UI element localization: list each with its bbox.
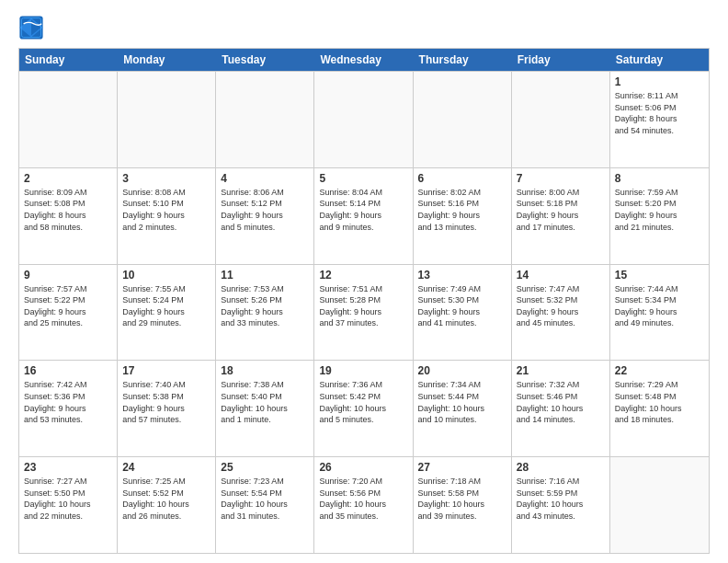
header-day-wednesday: Wednesday	[314, 49, 413, 71]
day-number: 19	[319, 364, 407, 377]
day-cell-17: 17Sunrise: 7:40 AM Sunset: 5:38 PM Dayli…	[118, 361, 216, 456]
header-day-thursday: Thursday	[414, 49, 512, 71]
day-cell-24: 24Sunrise: 7:25 AM Sunset: 5:52 PM Dayli…	[118, 457, 216, 553]
empty-cell	[216, 72, 314, 167]
day-info: Sunrise: 8:08 AM Sunset: 5:10 PM Dayligh…	[122, 187, 210, 233]
empty-cell	[610, 457, 709, 553]
day-info: Sunrise: 8:06 AM Sunset: 5:12 PM Dayligh…	[221, 187, 309, 233]
day-info: Sunrise: 7:34 AM Sunset: 5:44 PM Dayligh…	[418, 379, 506, 425]
calendar: SundayMondayTuesdayWednesdayThursdayFrid…	[18, 48, 710, 554]
day-info: Sunrise: 7:36 AM Sunset: 5:42 PM Dayligh…	[319, 379, 407, 425]
day-info: Sunrise: 7:16 AM Sunset: 5:59 PM Dayligh…	[517, 476, 605, 522]
day-cell-20: 20Sunrise: 7:34 AM Sunset: 5:44 PM Dayli…	[414, 361, 512, 456]
day-cell-11: 11Sunrise: 7:53 AM Sunset: 5:26 PM Dayli…	[216, 265, 314, 361]
day-info: Sunrise: 7:32 AM Sunset: 5:46 PM Dayligh…	[517, 379, 605, 425]
day-info: Sunrise: 7:27 AM Sunset: 5:50 PM Dayligh…	[24, 476, 112, 522]
day-number: 8	[615, 172, 704, 185]
day-info: Sunrise: 8:04 AM Sunset: 5:14 PM Dayligh…	[319, 187, 407, 233]
page-header	[18, 15, 710, 40]
day-number: 24	[122, 461, 210, 474]
day-number: 13	[418, 269, 506, 282]
day-number: 14	[517, 269, 605, 282]
day-number: 16	[24, 364, 112, 377]
day-cell-15: 15Sunrise: 7:44 AM Sunset: 5:34 PM Dayli…	[610, 265, 709, 361]
day-number: 17	[122, 364, 210, 377]
empty-cell	[414, 72, 512, 167]
day-cell-19: 19Sunrise: 7:36 AM Sunset: 5:42 PM Dayli…	[314, 361, 413, 456]
empty-cell	[19, 72, 118, 167]
logo-icon	[18, 15, 44, 40]
day-info: Sunrise: 8:09 AM Sunset: 5:08 PM Dayligh…	[24, 187, 112, 233]
day-cell-2: 2Sunrise: 8:09 AM Sunset: 5:08 PM Daylig…	[19, 168, 118, 264]
day-number: 26	[319, 461, 407, 474]
day-info: Sunrise: 7:18 AM Sunset: 5:58 PM Dayligh…	[418, 476, 506, 522]
calendar-row-3: 9Sunrise: 7:57 AM Sunset: 5:22 PM Daylig…	[19, 264, 709, 361]
day-cell-8: 8Sunrise: 7:59 AM Sunset: 5:20 PM Daylig…	[610, 168, 709, 264]
day-info: Sunrise: 8:00 AM Sunset: 5:18 PM Dayligh…	[517, 187, 605, 233]
day-info: Sunrise: 7:57 AM Sunset: 5:22 PM Dayligh…	[24, 283, 112, 329]
calendar-row-5: 23Sunrise: 7:27 AM Sunset: 5:50 PM Dayli…	[19, 456, 709, 553]
day-number: 20	[418, 364, 506, 377]
day-number: 1	[615, 75, 704, 88]
day-number: 15	[615, 269, 704, 282]
calendar-row-4: 16Sunrise: 7:42 AM Sunset: 5:36 PM Dayli…	[19, 360, 709, 456]
day-cell-22: 22Sunrise: 7:29 AM Sunset: 5:48 PM Dayli…	[610, 361, 709, 456]
day-info: Sunrise: 7:40 AM Sunset: 5:38 PM Dayligh…	[122, 379, 210, 425]
day-info: Sunrise: 8:11 AM Sunset: 5:06 PM Dayligh…	[615, 90, 704, 136]
day-info: Sunrise: 7:20 AM Sunset: 5:56 PM Dayligh…	[319, 476, 407, 522]
day-info: Sunrise: 7:38 AM Sunset: 5:40 PM Dayligh…	[221, 379, 309, 425]
header-day-saturday: Saturday	[610, 49, 709, 71]
day-cell-18: 18Sunrise: 7:38 AM Sunset: 5:40 PM Dayli…	[216, 361, 314, 456]
day-number: 27	[418, 461, 506, 474]
day-cell-6: 6Sunrise: 8:02 AM Sunset: 5:16 PM Daylig…	[414, 168, 512, 264]
day-info: Sunrise: 7:44 AM Sunset: 5:34 PM Dayligh…	[615, 283, 704, 329]
day-number: 25	[221, 461, 309, 474]
day-number: 5	[319, 172, 407, 185]
day-cell-7: 7Sunrise: 8:00 AM Sunset: 5:18 PM Daylig…	[512, 168, 610, 264]
day-number: 10	[122, 269, 210, 282]
day-number: 7	[517, 172, 605, 185]
day-info: Sunrise: 7:55 AM Sunset: 5:24 PM Dayligh…	[122, 283, 210, 329]
day-number: 23	[24, 461, 112, 474]
day-number: 4	[221, 172, 309, 185]
empty-cell	[314, 72, 413, 167]
day-info: Sunrise: 7:23 AM Sunset: 5:54 PM Dayligh…	[221, 476, 309, 522]
day-info: Sunrise: 7:51 AM Sunset: 5:28 PM Dayligh…	[319, 283, 407, 329]
calendar-body: 1Sunrise: 8:11 AM Sunset: 5:06 PM Daylig…	[19, 71, 709, 553]
day-number: 12	[319, 269, 407, 282]
day-cell-14: 14Sunrise: 7:47 AM Sunset: 5:32 PM Dayli…	[512, 265, 610, 361]
day-number: 2	[24, 172, 112, 185]
day-cell-9: 9Sunrise: 7:57 AM Sunset: 5:22 PM Daylig…	[19, 265, 118, 361]
empty-cell	[118, 72, 216, 167]
day-cell-12: 12Sunrise: 7:51 AM Sunset: 5:28 PM Dayli…	[314, 265, 413, 361]
header-day-monday: Monday	[118, 49, 216, 71]
day-number: 28	[517, 461, 605, 474]
day-cell-1: 1Sunrise: 8:11 AM Sunset: 5:06 PM Daylig…	[610, 72, 709, 167]
empty-cell	[512, 72, 610, 167]
logo	[18, 15, 46, 40]
calendar-row-2: 2Sunrise: 8:09 AM Sunset: 5:08 PM Daylig…	[19, 167, 709, 264]
day-cell-21: 21Sunrise: 7:32 AM Sunset: 5:46 PM Dayli…	[512, 361, 610, 456]
day-cell-26: 26Sunrise: 7:20 AM Sunset: 5:56 PM Dayli…	[314, 457, 413, 553]
day-number: 18	[221, 364, 309, 377]
day-cell-28: 28Sunrise: 7:16 AM Sunset: 5:59 PM Dayli…	[512, 457, 610, 553]
header-day-tuesday: Tuesday	[216, 49, 314, 71]
day-number: 21	[517, 364, 605, 377]
day-number: 6	[418, 172, 506, 185]
day-info: Sunrise: 7:59 AM Sunset: 5:20 PM Dayligh…	[615, 187, 704, 233]
day-number: 3	[122, 172, 210, 185]
day-cell-27: 27Sunrise: 7:18 AM Sunset: 5:58 PM Dayli…	[414, 457, 512, 553]
header-day-friday: Friday	[512, 49, 610, 71]
day-info: Sunrise: 8:02 AM Sunset: 5:16 PM Dayligh…	[418, 187, 506, 233]
calendar-row-1: 1Sunrise: 8:11 AM Sunset: 5:06 PM Daylig…	[19, 71, 709, 167]
day-cell-4: 4Sunrise: 8:06 AM Sunset: 5:12 PM Daylig…	[216, 168, 314, 264]
page: SundayMondayTuesdayWednesdayThursdayFrid…	[0, 0, 728, 563]
day-cell-13: 13Sunrise: 7:49 AM Sunset: 5:30 PM Dayli…	[414, 265, 512, 361]
day-cell-10: 10Sunrise: 7:55 AM Sunset: 5:24 PM Dayli…	[118, 265, 216, 361]
day-number: 9	[24, 269, 112, 282]
day-cell-25: 25Sunrise: 7:23 AM Sunset: 5:54 PM Dayli…	[216, 457, 314, 553]
day-info: Sunrise: 7:42 AM Sunset: 5:36 PM Dayligh…	[24, 379, 112, 425]
day-info: Sunrise: 7:49 AM Sunset: 5:30 PM Dayligh…	[418, 283, 506, 329]
calendar-header: SundayMondayTuesdayWednesdayThursdayFrid…	[19, 49, 709, 71]
day-info: Sunrise: 7:47 AM Sunset: 5:32 PM Dayligh…	[517, 283, 605, 329]
